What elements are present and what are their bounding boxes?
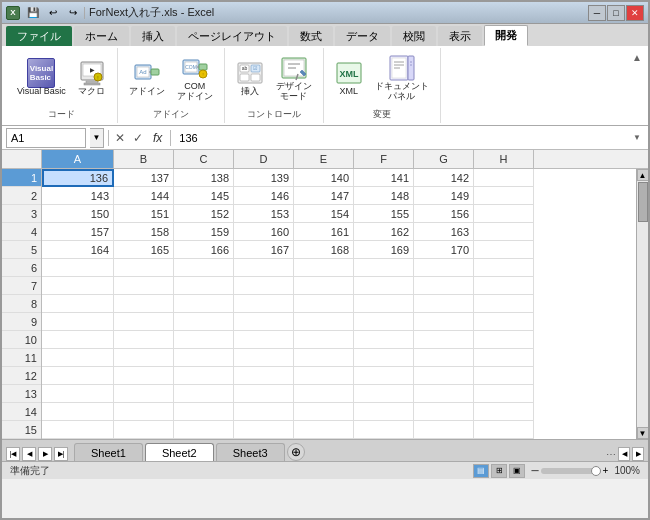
cell-A4[interactable]: 157 (42, 223, 114, 241)
zoom-slider[interactable] (541, 468, 601, 474)
cell-E12[interactable] (294, 367, 354, 385)
tab-file[interactable]: ファイル (6, 26, 72, 46)
cell-H11[interactable] (474, 349, 534, 367)
cell-G5[interactable]: 170 (414, 241, 474, 259)
undo-button[interactable]: ↩ (44, 5, 62, 21)
cell-C14[interactable] (174, 403, 234, 421)
cell-G9[interactable] (414, 313, 474, 331)
ribbon-collapse[interactable]: ▲ (630, 48, 644, 123)
col-header-h[interactable]: H (474, 150, 534, 168)
cell-F2[interactable]: 148 (354, 187, 414, 205)
cell-G11[interactable] (414, 349, 474, 367)
cell-A6[interactable] (42, 259, 114, 277)
cell-H5[interactable] (474, 241, 534, 259)
row-num-3[interactable]: 3 (2, 205, 41, 223)
close-button[interactable]: ✕ (626, 5, 644, 21)
sheet-scroll-left[interactable]: ◀ (618, 447, 630, 461)
cell-G1[interactable]: 142 (414, 169, 474, 187)
cell-G12[interactable] (414, 367, 474, 385)
cell-B2[interactable]: 144 (114, 187, 174, 205)
cell-G7[interactable] (414, 277, 474, 295)
cell-C15[interactable] (174, 421, 234, 439)
cell-G15[interactable] (414, 421, 474, 439)
tab-view[interactable]: 表示 (438, 26, 482, 46)
cell-D10[interactable] (234, 331, 294, 349)
cell-A7[interactable] (42, 277, 114, 295)
cell-A2[interactable]: 143 (42, 187, 114, 205)
cell-F15[interactable] (354, 421, 414, 439)
design-mode-button[interactable]: デザインモード (271, 51, 317, 105)
cell-H6[interactable] (474, 259, 534, 277)
cell-D13[interactable] (234, 385, 294, 403)
row-num-9[interactable]: 9 (2, 313, 41, 331)
cell-A11[interactable] (42, 349, 114, 367)
cell-D7[interactable] (234, 277, 294, 295)
docpanel-button[interactable]: ドキュメントパネル (370, 51, 434, 105)
cell-A9[interactable] (42, 313, 114, 331)
cell-C1[interactable]: 138 (174, 169, 234, 187)
cell-D5[interactable]: 167 (234, 241, 294, 259)
cell-D14[interactable] (234, 403, 294, 421)
cell-E8[interactable] (294, 295, 354, 313)
sheet-nav-next[interactable]: ▶ (38, 447, 52, 461)
cell-B8[interactable] (114, 295, 174, 313)
normal-view-button[interactable]: ▤ (473, 464, 489, 478)
name-box[interactable]: A1 (6, 128, 86, 148)
cell-E10[interactable] (294, 331, 354, 349)
cell-C4[interactable]: 159 (174, 223, 234, 241)
macro-button[interactable]: ▶ ! マクロ (73, 56, 111, 100)
save-button[interactable]: 💾 (24, 5, 42, 21)
zoom-in-button[interactable]: + (603, 465, 609, 476)
cell-H12[interactable] (474, 367, 534, 385)
cell-H2[interactable] (474, 187, 534, 205)
sheet-tab-sheet3[interactable]: Sheet3 (216, 443, 285, 461)
cell-C8[interactable] (174, 295, 234, 313)
col-header-d[interactable]: D (234, 150, 294, 168)
col-header-e[interactable]: E (294, 150, 354, 168)
col-header-c[interactable]: C (174, 150, 234, 168)
col-header-g[interactable]: G (414, 150, 474, 168)
zoom-thumb[interactable] (591, 466, 601, 476)
cell-G4[interactable]: 163 (414, 223, 474, 241)
scroll-up-button[interactable]: ▲ (637, 169, 649, 181)
cell-B14[interactable] (114, 403, 174, 421)
row-num-1[interactable]: 1 (2, 169, 41, 187)
cell-C3[interactable]: 152 (174, 205, 234, 223)
cell-D9[interactable] (234, 313, 294, 331)
cell-G8[interactable] (414, 295, 474, 313)
cell-G2[interactable]: 149 (414, 187, 474, 205)
cell-G13[interactable] (414, 385, 474, 403)
cell-E5[interactable]: 168 (294, 241, 354, 259)
row-num-11[interactable]: 11 (2, 349, 41, 367)
sheet-nav-last[interactable]: ▶| (54, 447, 68, 461)
cell-E9[interactable] (294, 313, 354, 331)
cell-E11[interactable] (294, 349, 354, 367)
cell-C2[interactable]: 145 (174, 187, 234, 205)
cell-A12[interactable] (42, 367, 114, 385)
xml-button[interactable]: XML XML (330, 56, 368, 100)
cell-B13[interactable] (114, 385, 174, 403)
cell-E1[interactable]: 140 (294, 169, 354, 187)
cell-F13[interactable] (354, 385, 414, 403)
cell-E15[interactable] (294, 421, 354, 439)
sheet-nav-prev[interactable]: ◀ (22, 447, 36, 461)
cell-F4[interactable]: 162 (354, 223, 414, 241)
sheet-nav-first[interactable]: |◀ (6, 447, 20, 461)
cell-D11[interactable] (234, 349, 294, 367)
cell-G6[interactable] (414, 259, 474, 277)
cell-B5[interactable]: 165 (114, 241, 174, 259)
cell-D1[interactable]: 139 (234, 169, 294, 187)
cell-H14[interactable] (474, 403, 534, 421)
cell-A5[interactable]: 164 (42, 241, 114, 259)
cell-C7[interactable] (174, 277, 234, 295)
page-break-view-button[interactable]: ▣ (509, 464, 525, 478)
name-box-dropdown[interactable]: ▼ (90, 128, 104, 148)
cell-H4[interactable] (474, 223, 534, 241)
cell-G10[interactable] (414, 331, 474, 349)
col-header-f[interactable]: F (354, 150, 414, 168)
col-header-a[interactable]: A (42, 150, 114, 168)
vertical-scrollbar[interactable]: ▲ ▼ (636, 169, 648, 439)
cell-B12[interactable] (114, 367, 174, 385)
cell-D2[interactable]: 146 (234, 187, 294, 205)
cell-E3[interactable]: 154 (294, 205, 354, 223)
